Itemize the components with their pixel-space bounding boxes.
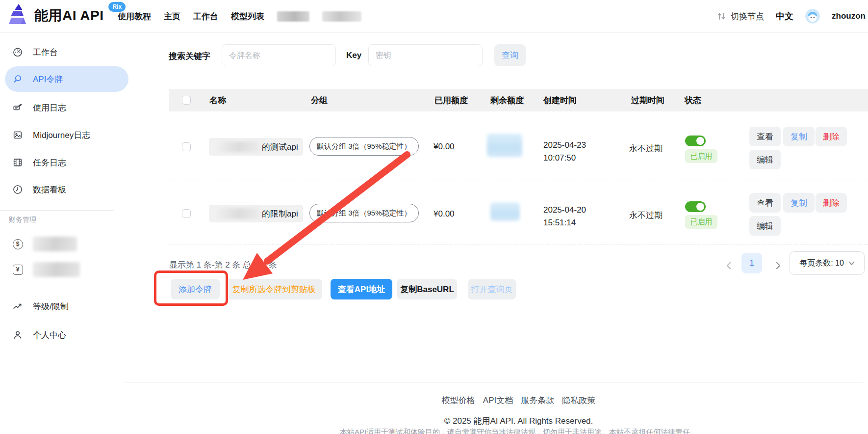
brand-logo-icon: [7, 3, 29, 27]
toggle-knob: [696, 137, 704, 145]
sidebar-divider: [0, 287, 114, 287]
yen-glyph: ¥: [13, 265, 23, 275]
copy-token-button[interactable]: 复制: [783, 193, 815, 213]
sidebar: 工作台 API令牌 使用日志 Midjourney日志: [0, 33, 132, 434]
copy-selected-tokens-button[interactable]: 复制所选令牌到剪贴板: [226, 279, 322, 299]
sidebar-divider: [0, 210, 114, 211]
expire-cell: 永不过期: [629, 143, 663, 154]
brand-title: 能用AI API: [34, 3, 103, 28]
top-bar: 能用AI API Rix 使用教程 主页 工作台 模型列表 切换节点 中文: [0, 0, 868, 33]
nav-item-tutorial[interactable]: 使用教程: [118, 11, 151, 22]
key-input[interactable]: [368, 44, 483, 66]
created-time-cell: 2025-04-20 15:51:14: [543, 204, 586, 229]
delete-token-button[interactable]: 删除: [816, 193, 847, 213]
row-checkbox[interactable]: [182, 142, 191, 151]
edit-token-button[interactable]: 编辑: [749, 216, 781, 236]
edit-token-button[interactable]: 编辑: [749, 150, 781, 169]
next-page-button[interactable]: [773, 260, 784, 271]
key-label: Key: [346, 51, 361, 60]
status-toggle[interactable]: [685, 201, 706, 212]
user-avatar[interactable]: [805, 9, 820, 24]
created-time-cell: 2025-04-23 10:07:50: [543, 139, 586, 164]
page-size-label: 每页条数: 10: [799, 258, 844, 269]
copy-base-url-button[interactable]: 复制BaseURL: [397, 279, 457, 299]
prev-page-button[interactable]: [723, 260, 734, 271]
sidebar-item-midjourney-logs[interactable]: Midjourney日志: [5, 122, 128, 148]
nav-item-workbench[interactable]: 工作台: [193, 11, 218, 22]
redacted-name-prefix: [213, 141, 260, 152]
created-date: 2025-04-23: [543, 139, 586, 152]
page-number-current[interactable]: 1: [741, 253, 762, 273]
status-badge: 已启用: [685, 149, 717, 163]
sidebar-item-label: 个人中心: [33, 329, 66, 341]
redacted-sidebar-label: [33, 237, 77, 251]
view-token-button[interactable]: 查看: [749, 193, 781, 213]
table-row: 的测试api 默认分组 3倍（95%稳定性） ¥0.00 2025-04-23 …: [169, 111, 868, 181]
image-icon: [12, 130, 23, 140]
redacted-nav-item[interactable]: [277, 11, 309, 22]
redacted-name-prefix: [213, 208, 260, 219]
sidebar-item-label: API令牌: [33, 74, 63, 85]
col-expires: 过期时间: [631, 89, 664, 111]
dashboard-gauge-icon: [12, 47, 23, 57]
select-all-checkbox[interactable]: [182, 96, 191, 105]
write-log-icon: [12, 102, 23, 113]
dollar-coin-icon: $: [12, 239, 23, 249]
created-clock: 15:51:14: [543, 217, 586, 229]
username-label[interactable]: zhouzon: [832, 11, 866, 21]
result-summary: 显示第 1 条-第 2 条 总共 2 条: [169, 259, 277, 271]
token-name-suffix: 的测试api: [262, 141, 298, 153]
col-used: 已用额度: [434, 89, 468, 111]
sidebar-item-api-tokens[interactable]: API令牌: [5, 66, 128, 92]
token-search-icon: [12, 74, 23, 84]
query-button[interactable]: 查询: [494, 44, 526, 66]
delete-token-button[interactable]: 删除: [816, 127, 847, 146]
switch-node-label: 切换节点: [731, 11, 764, 22]
sidebar-item-task-logs[interactable]: 任务日志: [5, 150, 128, 175]
top-nav: 使用教程 主页 工作台 模型列表: [118, 0, 361, 32]
view-token-button[interactable]: 查看: [749, 127, 781, 146]
sidebar-item-label: 等级/限制: [33, 301, 69, 312]
language-switch[interactable]: 中文: [776, 10, 793, 22]
used-quota: ¥0.00: [434, 142, 455, 152]
footer-link-model-pricing[interactable]: 模型价格: [442, 395, 475, 406]
row-checkbox[interactable]: [182, 209, 191, 218]
status-toggle[interactable]: [685, 136, 706, 146]
col-name: 名称: [209, 89, 226, 111]
sidebar-item-profile[interactable]: 个人中心: [5, 322, 128, 348]
dollar-glyph: $: [13, 239, 23, 249]
switch-node-button[interactable]: 切换节点: [717, 11, 764, 22]
token-name-cell: 的限制api: [209, 205, 303, 222]
expire-cell: 永不过期: [629, 210, 663, 221]
footer-link-terms[interactable]: 服务条款: [521, 395, 554, 406]
sidebar-item-label: 工作台: [33, 47, 58, 58]
created-clock: 10:07:50: [543, 152, 586, 164]
chevron-down-icon: [848, 261, 855, 266]
status-badge: 已启用: [685, 215, 717, 229]
brand[interactable]: 能用AI API Rix: [7, 3, 126, 28]
table-row: 的限制api 默认分组 3倍（95%稳定性） ¥0.00 2025-04-20 …: [169, 181, 868, 244]
sidebar-item-workbench[interactable]: 工作台: [5, 39, 128, 65]
group-tag: 默认分组 3倍（95%稳定性）: [309, 204, 419, 222]
nav-item-home[interactable]: 主页: [164, 11, 180, 22]
footer-link-api-docs[interactable]: API文档: [483, 395, 513, 406]
sidebar-item-level-limit[interactable]: 等级/限制: [5, 294, 128, 319]
disclaimer: 本站API适用于测试和体验目的，请自觉遵守你当地法律法规，切勿用于非法用途。本站…: [169, 428, 868, 434]
nav-item-models[interactable]: 模型列表: [231, 11, 264, 22]
copy-token-button[interactable]: 复制: [783, 127, 815, 146]
trend-up-icon: [12, 301, 23, 312]
search-keyword-label: 搜索关键字: [169, 51, 210, 62]
sidebar-item-usage-logs[interactable]: 使用日志: [5, 95, 128, 120]
add-token-button[interactable]: 添加令牌: [171, 279, 220, 299]
footer-link-privacy[interactable]: 隐私政策: [562, 395, 595, 406]
token-name-input[interactable]: [222, 44, 336, 66]
copyright: © 2025 能用AI API. All Rights Reserved.: [169, 415, 868, 427]
page-size-select[interactable]: 每页条数: 10: [790, 251, 865, 275]
view-api-url-button[interactable]: 查看API地址: [331, 279, 392, 299]
footer-links: 模型价格 API文档 服务条款 隐私政策: [169, 395, 868, 406]
sidebar-item-redacted-billing[interactable]: ¥: [5, 257, 128, 282]
sidebar-item-data-board[interactable]: 数据看板: [5, 177, 128, 202]
sidebar-item-redacted-topup[interactable]: $: [5, 231, 128, 257]
redacted-nav-item[interactable]: [322, 11, 361, 22]
open-query-page-button[interactable]: 打开查询页: [468, 279, 516, 299]
